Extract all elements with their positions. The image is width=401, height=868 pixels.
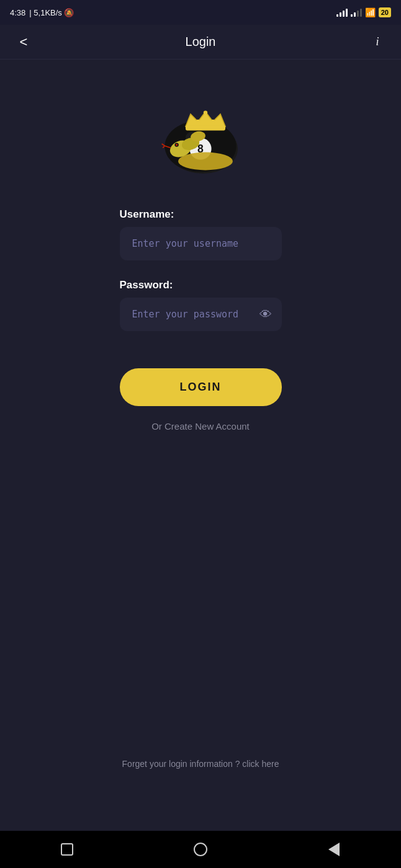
content-area: 8: [0, 60, 401, 831]
nav-recents-button[interactable]: [56, 838, 78, 861]
svg-point-5: [178, 153, 233, 170]
signal-bars-2: [351, 8, 362, 17]
page-title: Login: [186, 35, 216, 49]
svg-rect-15: [186, 125, 225, 130]
username-label: Username:: [120, 208, 282, 221]
password-field-group: Password: 👁: [120, 279, 282, 331]
username-field-group: Username:: [120, 208, 282, 260]
form-area: Username: Password: 👁: [89, 208, 313, 350]
signal-bars-1: [336, 8, 348, 17]
svg-point-12: [196, 120, 200, 123]
password-input[interactable]: [120, 298, 282, 331]
network-speed: | 5,1KB/s 🔕: [29, 8, 74, 17]
password-input-wrapper: 👁: [120, 298, 282, 331]
svg-line-18: [163, 146, 164, 148]
logo-area: 8: [151, 84, 250, 184]
password-label: Password:: [120, 279, 282, 291]
bottom-nav: [0, 831, 401, 868]
username-input[interactable]: [120, 227, 282, 260]
nav-back-button[interactable]: [323, 838, 345, 861]
top-nav: < Login i: [0, 25, 401, 60]
status-bar: 4:38 | 5,1KB/s 🔕 📶 20: [0, 0, 401, 25]
login-button[interactable]: LOGIN: [120, 368, 282, 406]
svg-line-17: [162, 144, 165, 146]
nav-home-button[interactable]: [189, 838, 212, 861]
username-input-wrapper: [120, 227, 282, 260]
main-content: 8: [89, 60, 313, 831]
status-left: 4:38 | 5,1KB/s 🔕: [10, 8, 74, 17]
wifi-icon: 📶: [365, 7, 376, 17]
create-account-link[interactable]: Or Create New Account: [151, 421, 250, 432]
svg-point-13: [204, 110, 207, 114]
svg-point-8: [176, 144, 178, 146]
forgot-password-link[interactable]: Forget your login information ? click he…: [0, 759, 401, 769]
status-right: 📶 20: [336, 7, 391, 17]
circle-icon: [194, 843, 207, 856]
svg-point-14: [211, 120, 215, 123]
info-button[interactable]: i: [366, 31, 389, 53]
battery-icon: 20: [379, 7, 391, 17]
back-button[interactable]: <: [12, 31, 35, 53]
time-display: 4:38: [10, 8, 25, 17]
app-logo: 8: [151, 84, 250, 184]
triangle-icon: [328, 843, 340, 856]
password-toggle-icon[interactable]: 👁: [259, 308, 272, 322]
square-icon: [61, 843, 73, 856]
